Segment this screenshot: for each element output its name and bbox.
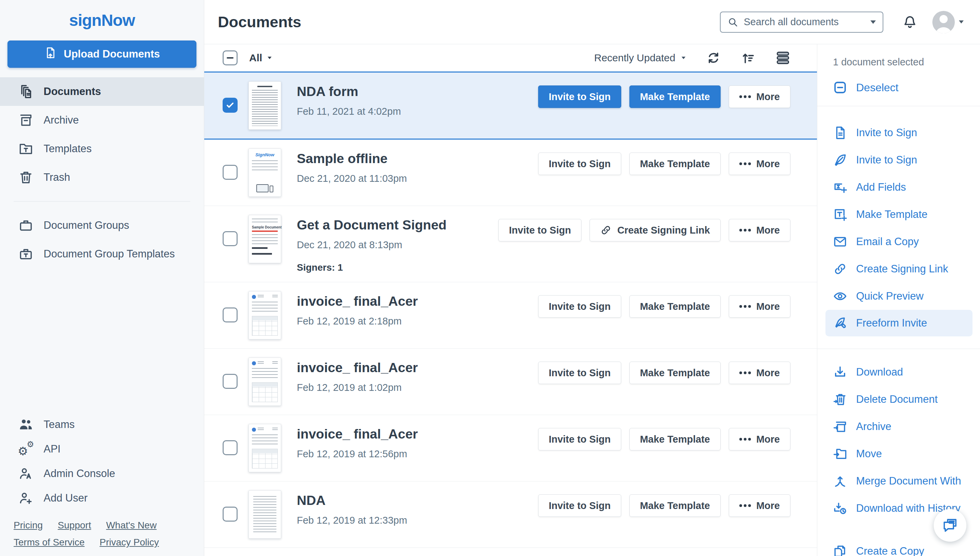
document-thumbnail[interactable] xyxy=(249,424,281,472)
panel-action-download[interactable]: Download xyxy=(817,359,980,386)
make-template-button[interactable]: Make Template xyxy=(630,295,721,318)
sidebar-item-documents[interactable]: Documents xyxy=(0,77,204,106)
invite-to-sign-button[interactable]: Invite to Sign xyxy=(538,152,621,175)
row-checkbox[interactable] xyxy=(223,307,237,322)
templates-folder-icon xyxy=(18,141,33,156)
document-title: NDA xyxy=(297,493,407,508)
filter-dropdown[interactable]: All xyxy=(249,52,272,64)
invite-to-sign-button[interactable]: Invite to Sign xyxy=(538,495,621,517)
document-info: invoice_ final_Acer Feb 12, 2019 at 12:5… xyxy=(297,424,418,460)
account-menu[interactable] xyxy=(932,11,964,33)
row-checkbox[interactable] xyxy=(223,165,237,180)
panel-action-email-a-copy[interactable]: Email a Copy xyxy=(817,228,980,255)
row-checkbox[interactable] xyxy=(223,231,237,246)
document-date: Feb 11, 2021 at 4:02pm xyxy=(297,106,401,117)
chat-button[interactable] xyxy=(934,509,966,542)
document-row[interactable]: SignNow Sample offline Dec 21, 2020 at 1… xyxy=(204,140,817,206)
panel-action-add-fields[interactable]: Add Fields xyxy=(817,174,980,201)
invite-to-sign-button[interactable]: Invite to Sign xyxy=(538,86,621,108)
sidebar-item-document-groups[interactable]: Document Groups xyxy=(0,211,204,240)
notifications-bell-icon[interactable] xyxy=(903,15,917,30)
deselect-button[interactable]: Deselect xyxy=(817,73,980,102)
row-checkbox[interactable] xyxy=(223,440,237,455)
link-support[interactable]: Support xyxy=(58,520,91,531)
avatar-body xyxy=(936,27,951,33)
sidebar-item-archive[interactable]: Archive xyxy=(0,106,204,134)
search-chevron-down-icon[interactable] xyxy=(870,20,876,24)
search-box[interactable] xyxy=(720,11,883,33)
sidebar-nav: Documents Archive Templates xyxy=(0,77,204,268)
link-whats-new[interactable]: What's New xyxy=(106,520,157,531)
more-button[interactable]: More xyxy=(729,86,790,108)
sidebar-item-teams[interactable]: Teams xyxy=(0,412,204,437)
document-row[interactable]: invoice_ final_Acer Feb 12, 2019 at 1:02… xyxy=(204,349,817,415)
make-template-button[interactable]: Make Template xyxy=(630,152,721,175)
make-template-button[interactable]: Make Template xyxy=(630,495,721,517)
select-all-checkbox[interactable] xyxy=(223,50,237,65)
document-row[interactable]: invoice_ final_Acer Feb 12, 2019 at 2:18… xyxy=(204,282,817,349)
panel-action-freeform-invite[interactable]: Freeform Invite xyxy=(825,310,972,336)
sidebar-item-api[interactable]: ⚙⚙ API xyxy=(0,437,204,461)
more-button[interactable]: More xyxy=(729,428,790,451)
sort-order-dropdown[interactable]: Recently Updated xyxy=(594,52,686,64)
document-row[interactable]: invoice_ final_Acer Feb 12, 2019 at 12:5… xyxy=(204,415,817,482)
row-checkbox[interactable] xyxy=(223,98,237,113)
document-thumbnail[interactable]: SignNow xyxy=(249,149,281,197)
search-input[interactable] xyxy=(744,16,865,27)
document-thumbnail[interactable] xyxy=(249,357,281,406)
row-checkbox[interactable] xyxy=(223,507,237,522)
refresh-icon[interactable] xyxy=(706,50,721,65)
make-template-button[interactable]: Make Template xyxy=(630,86,721,108)
more-button[interactable]: More xyxy=(729,152,790,175)
document-row[interactable]: NDA Feb 12, 2019 at 12:33pm Invite to Si… xyxy=(204,482,817,548)
document-thumbnail[interactable] xyxy=(249,291,281,339)
panel-action-make-template[interactable]: Make Template xyxy=(817,201,980,228)
invite-to-sign-button[interactable]: Invite to Sign xyxy=(498,219,581,241)
link-privacy-policy[interactable]: Privacy Policy xyxy=(100,537,159,548)
panel-action-open[interactable]: Invite to Sign Open xyxy=(817,119,980,146)
document-row[interactable]: Sample Document Get a Document Signed De… xyxy=(204,206,817,282)
sidebar-item-trash[interactable]: Trash xyxy=(0,163,204,192)
upload-documents-label: Upload Documents xyxy=(64,48,160,60)
invite-to-sign-button[interactable]: Invite to Sign xyxy=(538,295,621,318)
document-row[interactable]: NDA form Feb 11, 2021 at 4:02pm Invite t… xyxy=(204,71,817,140)
panel-action-merge-document-with[interactable]: Merge Document With xyxy=(817,467,980,495)
make-template-button[interactable]: Make Template xyxy=(630,362,721,384)
sidebar-item-templates[interactable]: Templates xyxy=(0,134,204,163)
document-thumbnail[interactable]: Sample Document xyxy=(249,215,281,263)
more-button[interactable]: More xyxy=(729,495,790,517)
sort-direction-icon[interactable] xyxy=(741,50,756,65)
document-thumbnail[interactable] xyxy=(249,490,281,539)
freeform-invite-icon xyxy=(833,316,847,330)
brand-logo[interactable]: signNow xyxy=(0,0,204,40)
document-thumbnail[interactable] xyxy=(249,81,281,130)
selection-panel: 1 document selected Deselect xyxy=(817,44,980,556)
sidebar-item-add-user[interactable]: Add User xyxy=(0,486,204,511)
more-button[interactable]: More xyxy=(729,362,790,384)
invite-to-sign-button[interactable]: Invite to Sign xyxy=(538,362,621,384)
panel-action-quick-preview[interactable]: Quick Preview xyxy=(817,283,980,310)
upload-documents-button[interactable]: Upload Documents xyxy=(8,40,196,68)
document-title: NDA form xyxy=(297,84,401,99)
avatar[interactable] xyxy=(932,11,955,33)
panel-action-create-signing-link[interactable]: Create Signing Link xyxy=(817,255,980,283)
sidebar-item-document-group-templates[interactable]: Document Group Templates xyxy=(0,240,204,268)
document-title: invoice_ final_Acer xyxy=(297,427,418,441)
link-pricing[interactable]: Pricing xyxy=(14,520,43,531)
panel-action-move[interactable]: Move xyxy=(817,440,980,467)
make-template-button[interactable]: Make Template xyxy=(630,428,721,451)
sidebar-item-admin-console[interactable]: Admin Console xyxy=(0,461,204,486)
link-terms-of-service[interactable]: Terms of Service xyxy=(14,537,85,548)
row-checkbox[interactable] xyxy=(223,374,237,389)
sidebar-item-label: Document Group Templates xyxy=(44,248,174,260)
more-button[interactable]: More xyxy=(729,219,790,241)
merge-icon xyxy=(833,474,847,488)
api-gears-icon: ⚙⚙ xyxy=(18,441,33,457)
panel-action-delete-document[interactable]: Delete Document xyxy=(817,386,980,413)
invite-to-sign-button[interactable]: Invite to Sign xyxy=(538,428,621,451)
panel-action-archive[interactable]: Archive xyxy=(817,413,980,440)
create-signing-link-button[interactable]: Create Signing Link xyxy=(589,219,720,241)
row-view-icon[interactable] xyxy=(775,50,790,65)
more-button[interactable]: More xyxy=(729,295,790,318)
panel-action-invite-to-sign[interactable]: Invite to Sign xyxy=(817,146,980,174)
